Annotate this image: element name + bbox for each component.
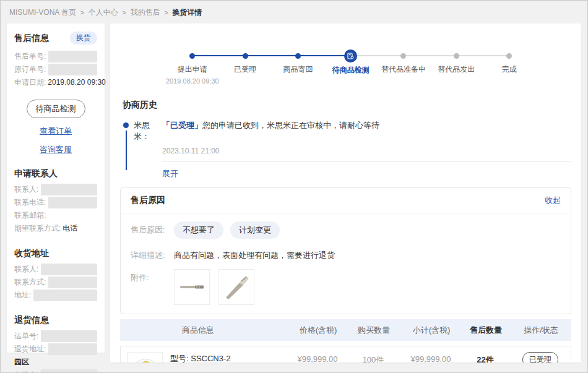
mask-product-icon: [129, 354, 160, 362]
attachment-row: 附件:: [131, 269, 561, 305]
redacted-value: [41, 369, 97, 373]
field-row-contact-phone: 联系电话:: [14, 196, 97, 209]
breadcrumb-link-my-after-sales[interactable]: 我的售后: [131, 7, 160, 18]
cell-quantity: 100件: [345, 352, 401, 362]
field-label: 联系方式:: [14, 276, 46, 289]
redacted-value: [33, 289, 97, 301]
detail-text: 商品有问题，表面处理有问题，需要进行退货: [174, 247, 335, 261]
negotiation-title: 协商历史: [120, 100, 571, 111]
entry-author: 米思米：: [134, 120, 162, 142]
cell-subtotal: ¥99,999.00: [401, 352, 460, 362]
cell-price: ¥99,999.00: [290, 352, 345, 362]
step-label: 待商品检测: [324, 65, 377, 75]
entry-message: 「已受理」您的申请已收到，米思米正在审核中，请耐心等待: [162, 120, 379, 142]
content: 售后信息 换货 售后单号: 原订单号: 申请日期: 2019.08.20 09:…: [1, 24, 587, 362]
attachment-thumbnail-2[interactable]: [218, 269, 254, 305]
header-after-sales-qty: 售后数量: [461, 325, 511, 336]
progress-stepper: 提出申请 2019.08.20 09:30 已受理 商品寄回 待商品检测: [120, 24, 571, 85]
breadcrumb-separator: >: [80, 9, 84, 16]
tool-photo-icon: [221, 272, 252, 302]
breadcrumb-link-home[interactable]: MISUMI-VONA 首页: [9, 7, 76, 18]
model-label: 型号:: [170, 354, 191, 362]
inspection-icon: [344, 49, 357, 62]
negotiation-history: 协商历史 米思米： 「已受理」您的申请已收到，米思米正在审核中，请耐心等待 20…: [120, 100, 571, 179]
step-label: 已受理: [219, 64, 272, 75]
field-row-park: 园区: [14, 356, 97, 369]
attachment-thumbnail-1[interactable]: [174, 269, 210, 305]
page: MISUMI-VONA 首页 > 个人中心 > 我的售后 > 换货详情 售后信息…: [0, 0, 588, 373]
status-badge: 待商品检测: [27, 100, 85, 118]
breadcrumb-current-page: 换货详情: [173, 7, 202, 18]
field-label: 收货人:: [14, 369, 38, 373]
view-order-link[interactable]: 查看订单: [14, 126, 97, 137]
park-value: 园区: [14, 356, 29, 369]
redacted-value: [48, 277, 97, 288]
field-row-contact-email: 联系邮箱:: [14, 209, 97, 222]
breadcrumb-link-personal-center[interactable]: 个人中心: [89, 7, 118, 18]
field-row-original-order-no: 原订单号:: [14, 63, 97, 76]
field-label: 联系电话:: [14, 196, 46, 209]
header-price: 价格(含税): [290, 325, 346, 336]
breadcrumb-separator: >: [165, 9, 168, 16]
section-title-return-info: 退货信息: [14, 315, 97, 326]
field-row-receiver-name: 联系人:: [14, 263, 97, 276]
step-dot: [189, 53, 195, 59]
redacted-value: [48, 51, 97, 62]
contact-service-link[interactable]: 咨询客服: [14, 144, 97, 155]
product-image[interactable]: [127, 352, 163, 362]
redacted-value: [41, 330, 97, 342]
timeline-dot: [123, 122, 129, 128]
redacted-value: [41, 264, 97, 275]
field-label: 联系人:: [14, 263, 38, 276]
section-title-shipping-address: 收货地址: [14, 248, 97, 259]
step-dot: [295, 53, 301, 59]
collapse-link[interactable]: 收起: [545, 195, 561, 206]
field-label: 期望联系方式:: [14, 222, 61, 235]
field-label: 地址:: [14, 289, 31, 302]
field-label: 联系人:: [14, 183, 38, 196]
field-label: 原订单号:: [14, 63, 46, 76]
timeline-line: [126, 131, 127, 170]
step-dot: [243, 53, 248, 59]
redacted-value: [48, 343, 97, 355]
divider: [162, 161, 571, 162]
cell-status: 已受理: [510, 352, 571, 362]
header-subtotal: 小计(含税): [402, 325, 461, 336]
redacted-value: [48, 64, 97, 75]
reason-tag: 不想要了: [174, 221, 223, 239]
detail-row: 详细描述: 商品有问题，表面处理有问题，需要进行退货: [131, 247, 561, 261]
field-row-contact-name: 联系人:: [14, 183, 97, 196]
field-label: 售后单号:: [14, 50, 46, 63]
header-quantity: 购买数量: [346, 325, 402, 336]
redacted-value: [41, 184, 97, 195]
panel-title: 售后信息: [14, 33, 49, 44]
field-label: 运单号:: [14, 330, 38, 343]
row-status-badge: 已受理: [522, 352, 558, 362]
step-dot: [506, 53, 512, 59]
field-row-tracking-no: 运单号:: [14, 330, 97, 343]
reason-label: 售后原因:: [131, 221, 174, 236]
step-complete: 完成: [483, 49, 535, 85]
field-row-receiver-phone: 联系方式:: [14, 276, 97, 289]
field-row-after-sales-no: 售后单号:: [14, 50, 97, 63]
attachment-label: 附件:: [131, 269, 174, 283]
breadcrumb-separator: >: [123, 9, 126, 16]
exchange-detail-main: 提出申请 2019.08.20 09:30 已受理 商品寄回 待商品检测: [110, 24, 581, 362]
expand-link[interactable]: 展开: [162, 168, 178, 179]
step-label: 商品寄回: [272, 64, 324, 75]
section-title-applicant-contact: 申请联系人: [14, 168, 97, 179]
step-dot: [454, 53, 459, 59]
step-label: 替代品准备中: [377, 64, 430, 75]
field-label: 申请日期:: [14, 76, 46, 89]
step-label: 替代品发出: [430, 64, 483, 75]
tool-photo-icon: [176, 272, 207, 302]
table-row: 型号: SSCCN3-2 高档双色沾塑柄活动扳手高档双色沾塑柄活动扳手 史丹利(…: [120, 346, 571, 362]
after-sales-info-panel: 售后信息 换货 售后单号: 原订单号: 申请日期: 2019.08.20 09:…: [7, 24, 105, 353]
model-value: SSCCN3-2: [191, 354, 230, 362]
breadcrumb: MISUMI-VONA 首页 > 个人中心 > 我的售后 > 换货详情: [1, 1, 587, 24]
field-row-preferred-contact: 期望联系方式: 电话: [14, 222, 97, 235]
reason-row: 售后原因: 不想要了 计划变更: [131, 221, 561, 239]
apply-date-value: 2019.08.20 09:30: [48, 76, 105, 89]
field-row-return-receiver: 收货人:: [14, 369, 97, 373]
exchange-type-badge: 换货: [70, 32, 97, 45]
